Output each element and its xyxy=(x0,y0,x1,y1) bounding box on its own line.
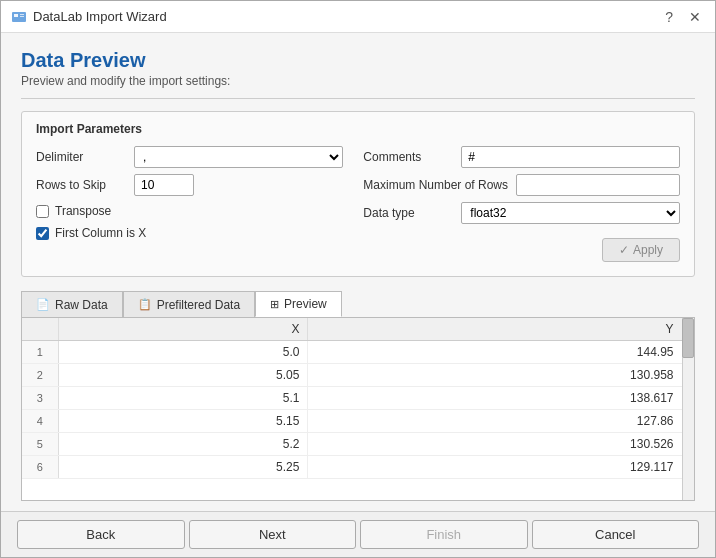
max-rows-label: Maximum Number of Rows xyxy=(363,178,508,192)
prefiltered-icon: 📋 xyxy=(138,298,152,311)
main-window: DataLab Import Wizard ? ✕ Data Preview P… xyxy=(0,0,716,558)
delimiter-row: Delimiter , xyxy=(36,146,343,168)
delimiter-select[interactable]: , xyxy=(134,146,343,168)
cell-y: 129.117 xyxy=(308,456,682,479)
preview-icon: ⊞ xyxy=(270,298,279,311)
tab-prefiltered-label: Prefiltered Data xyxy=(157,298,240,312)
right-params: Comments Maximum Number of Rows Data typ… xyxy=(363,146,680,262)
next-button[interactable]: Next xyxy=(189,520,357,549)
row-num: 5 xyxy=(22,433,58,456)
cell-y: 138.617 xyxy=(308,387,682,410)
tabs-row: 📄 Raw Data 📋 Prefiltered Data ⊞ Preview xyxy=(21,291,695,317)
cell-x: 5.0 xyxy=(58,341,308,364)
title-bar-controls: ? ✕ xyxy=(661,9,705,25)
cell-y: 130.526 xyxy=(308,433,682,456)
raw-data-icon: 📄 xyxy=(36,298,50,311)
rows-to-skip-input[interactable] xyxy=(134,174,194,196)
col-y-header: Y xyxy=(308,318,682,341)
comments-label: Comments xyxy=(363,150,453,164)
tab-raw-data[interactable]: 📄 Raw Data xyxy=(21,291,123,317)
data-type-label: Data type xyxy=(363,206,453,220)
tab-prefiltered[interactable]: 📋 Prefiltered Data xyxy=(123,291,255,317)
cell-x: 5.2 xyxy=(58,433,308,456)
content-area: Data Preview Preview and modify the impo… xyxy=(1,33,715,511)
footer: Back Next Finish Cancel xyxy=(1,511,715,557)
max-rows-input[interactable] xyxy=(516,174,680,196)
row-num: 4 xyxy=(22,410,58,433)
cancel-button[interactable]: Cancel xyxy=(532,520,700,549)
max-rows-row: Maximum Number of Rows xyxy=(363,174,680,196)
svg-rect-2 xyxy=(20,14,24,15)
first-col-row: First Column is X xyxy=(36,226,343,240)
back-button[interactable]: Back xyxy=(17,520,185,549)
table-header-row: X Y xyxy=(22,318,694,341)
table-row: 6 5.25 129.117 xyxy=(22,456,694,479)
cell-y: 130.958 xyxy=(308,364,682,387)
group-label: Import Parameters xyxy=(36,122,680,136)
tab-preview[interactable]: ⊞ Preview xyxy=(255,291,342,317)
transpose-row: Transpose xyxy=(36,204,343,218)
transpose-checkbox[interactable] xyxy=(36,205,49,218)
finish-button[interactable]: Finish xyxy=(360,520,528,549)
window-title: DataLab Import Wizard xyxy=(33,9,167,24)
scrollbar-thumb[interactable] xyxy=(682,318,694,358)
row-num-header xyxy=(22,318,58,341)
cell-x: 5.25 xyxy=(58,456,308,479)
table-row: 5 5.2 130.526 xyxy=(22,433,694,456)
table-row: 2 5.05 130.958 xyxy=(22,364,694,387)
tab-raw-label: Raw Data xyxy=(55,298,108,312)
table-row: 3 5.1 138.617 xyxy=(22,387,694,410)
page-subtitle: Preview and modify the import settings: xyxy=(21,74,695,88)
comments-row: Comments xyxy=(363,146,680,168)
import-params-group: Import Parameters Delimiter , Rows to Sk… xyxy=(21,111,695,277)
comments-input[interactable] xyxy=(461,146,680,168)
col-x-header: X xyxy=(58,318,308,341)
cell-x: 5.1 xyxy=(58,387,308,410)
transpose-label: Transpose xyxy=(55,204,111,218)
left-params: Delimiter , Rows to Skip Transpose xyxy=(36,146,343,240)
table-row: 1 5.0 144.95 xyxy=(22,341,694,364)
data-type-select[interactable]: float32 float64 int32 int64 xyxy=(461,202,680,224)
delimiter-label: Delimiter xyxy=(36,150,126,164)
apply-row: ✓ Apply xyxy=(363,238,680,262)
tab-preview-label: Preview xyxy=(284,297,327,311)
rows-to-skip-label: Rows to Skip xyxy=(36,178,126,192)
table-row: 4 5.15 127.86 xyxy=(22,410,694,433)
cell-y: 144.95 xyxy=(308,341,682,364)
data-table-container: X Y 1 5.0 144.95 2 5.05 130.958 3 5.1 13… xyxy=(21,317,695,501)
title-bar-left: DataLab Import Wizard xyxy=(11,9,167,25)
apply-checkmark-icon: ✓ xyxy=(619,243,629,257)
app-icon xyxy=(11,9,27,25)
row-num: 6 xyxy=(22,456,58,479)
separator xyxy=(21,98,695,99)
apply-button[interactable]: ✓ Apply xyxy=(602,238,680,262)
cell-y: 127.86 xyxy=(308,410,682,433)
scrollbar-track[interactable] xyxy=(682,318,694,500)
params-columns: Delimiter , Rows to Skip Transpose xyxy=(36,146,680,262)
svg-rect-3 xyxy=(20,16,24,17)
svg-rect-1 xyxy=(14,14,18,17)
first-col-checkbox[interactable] xyxy=(36,227,49,240)
page-title: Data Preview xyxy=(21,49,695,72)
title-bar: DataLab Import Wizard ? ✕ xyxy=(1,1,715,33)
first-col-label: First Column is X xyxy=(55,226,146,240)
rows-to-skip-row: Rows to Skip xyxy=(36,174,343,196)
row-num: 2 xyxy=(22,364,58,387)
data-table: X Y 1 5.0 144.95 2 5.05 130.958 3 5.1 13… xyxy=(22,318,694,479)
row-num: 3 xyxy=(22,387,58,410)
help-button[interactable]: ? xyxy=(661,9,677,25)
data-type-row: Data type float32 float64 int32 int64 xyxy=(363,202,680,224)
cell-x: 5.15 xyxy=(58,410,308,433)
close-button[interactable]: ✕ xyxy=(685,9,705,25)
cell-x: 5.05 xyxy=(58,364,308,387)
row-num: 1 xyxy=(22,341,58,364)
